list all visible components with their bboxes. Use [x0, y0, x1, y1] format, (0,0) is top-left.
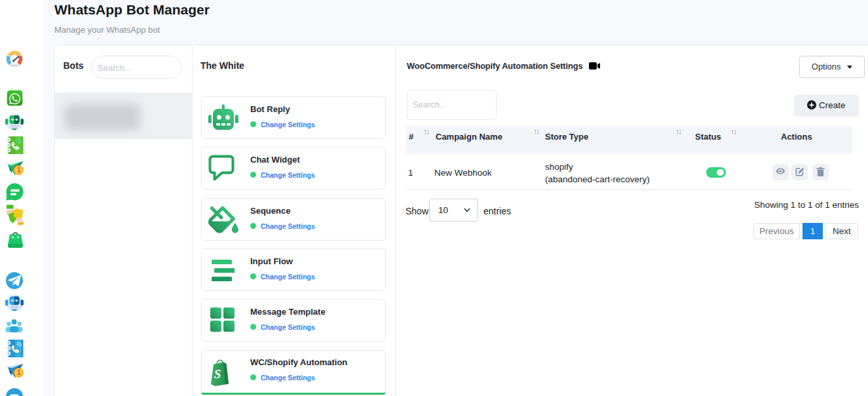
svg-text:S: S: [214, 367, 221, 381]
svg-text:1: 1: [17, 167, 21, 174]
svg-text:1: 1: [17, 369, 21, 376]
